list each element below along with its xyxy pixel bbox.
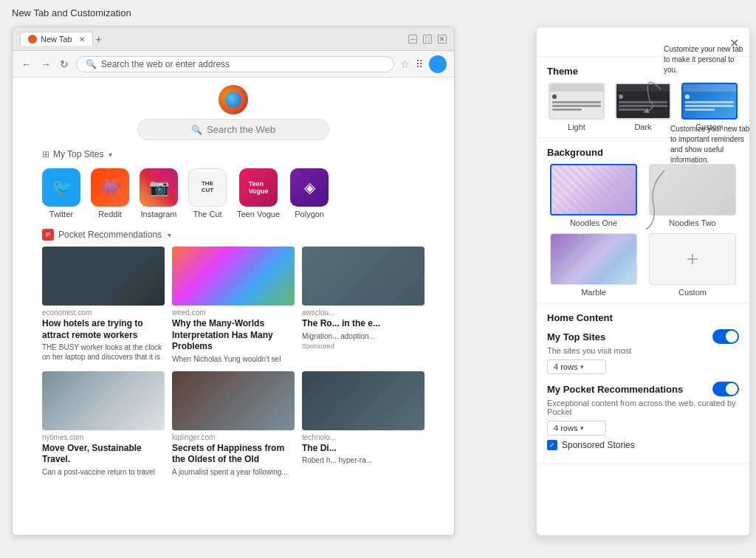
url-bar[interactable]: 🔍 Search the web or enter address	[76, 56, 394, 72]
theme-light-label: Light	[568, 123, 585, 131]
instagram-icon: 📷	[140, 168, 178, 207]
article-source-economist: economist.com	[42, 309, 165, 317]
theme-light-preview	[549, 83, 605, 120]
url-text: Search the web or enter address	[101, 59, 230, 69]
article-economist[interactable]: economist.com How hotels are trying to a…	[42, 247, 165, 364]
bg-custom-option[interactable]: + Custom	[646, 233, 739, 297]
article-wired[interactable]: wired.com Why the Many-Worlds Interpreta…	[172, 247, 295, 364]
top-sites-rows-label: 4 rows	[554, 362, 577, 371]
teenvogue-label: Teen Vogue	[237, 210, 280, 218]
custom-line1	[685, 101, 734, 103]
search-icon: 🔍	[86, 59, 97, 69]
article-kiplinger[interactable]: kiplinger.com Secrets of Happiness from …	[172, 371, 295, 477]
top-site-instagram[interactable]: 📷 Instagram	[140, 168, 178, 218]
tab-strip: New Tab ✕ +	[20, 32, 102, 46]
bg-custom-label: Custom	[678, 288, 707, 297]
bg-marble-option[interactable]: Marble	[547, 233, 640, 297]
custom-line3	[685, 108, 715, 111]
sponsored-label: Sponsored Stories	[562, 440, 635, 450]
light-line1	[552, 101, 601, 103]
bg-custom-plus-icon: +	[687, 247, 698, 271]
top-sites-rows-arrow: ▾	[580, 363, 584, 371]
top-sites-header: ⊞ My Top Sites ▾	[13, 145, 454, 164]
theme-dark-label: Dark	[634, 123, 651, 131]
bg-noodles-one-option[interactable]: Noodles One	[547, 164, 640, 227]
light-line3	[552, 108, 582, 111]
maximize-button[interactable]: □	[423, 35, 432, 44]
polygon-icon: ◈	[290, 168, 329, 207]
top-sites-setting-desc: The sites you visit most	[547, 346, 739, 355]
firefox-logo	[219, 85, 248, 114]
top-sites-arrow[interactable]: ▾	[109, 151, 112, 159]
twitter-label: Twitter	[49, 210, 73, 218]
toolbar-right: ⠿	[416, 55, 447, 73]
top-sites-setting: My Top Sites The sites you visit most 4 …	[547, 329, 739, 374]
back-button[interactable]: ←	[20, 57, 33, 72]
browser-window: New Tab ✕ + ─ □ ✕ ← → ↻ 🔍 Search the web…	[12, 27, 455, 536]
article-img-nytimes	[42, 371, 165, 430]
article-aws[interactable]: awsclou... The Ro... in the e... Migrati…	[302, 247, 425, 364]
callout-middle: Customize your new tab to important remi…	[670, 124, 752, 165]
dark-bar	[616, 84, 670, 92]
refresh-button[interactable]: ↻	[58, 57, 70, 72]
top-site-twitter[interactable]: 🐦 Twitter	[42, 168, 80, 218]
pocket-rows-label: 4 rows	[554, 424, 577, 433]
top-site-polygon[interactable]: ◈ Polygon	[290, 168, 329, 218]
theme-dark-option[interactable]: Dark	[614, 83, 673, 131]
sponsored-stories-row: ✓ Sponsored Stories	[547, 440, 739, 450]
article-sponsored-aws: Sponsored	[302, 342, 425, 350]
article-nytimes[interactable]: nytimes.com Move Over, Sustainable Trave…	[42, 371, 165, 477]
polygon-label: Polygon	[295, 210, 324, 218]
browser-tab[interactable]: New Tab ✕	[20, 32, 93, 46]
article-img-economist	[42, 247, 165, 306]
article-title-wired: Why the Many-Worlds Interpretation Has M…	[172, 318, 295, 353]
article-desc-wired: When Nicholas Yung wouldn't sel	[172, 354, 295, 364]
custom-line2	[685, 105, 734, 107]
teenvogue-icon: TeenVogue	[239, 168, 278, 207]
theme-light-option[interactable]: Light	[547, 83, 606, 131]
article-desc-economist: THE BUSY worker looks at the clock on he…	[42, 342, 165, 362]
article-desc-techno: Robert h... hyper-ra...	[302, 455, 425, 465]
article-desc-nytimes: Can a post-vaccine return to travel	[42, 467, 165, 477]
pocket-setting-title: My Pocket Recommendations	[547, 384, 683, 395]
thecut-icon: THECUT	[188, 168, 227, 207]
article-title-aws: The Ro... in the e...	[302, 318, 425, 330]
pocket-rows-dropdown[interactable]: 4 rows ▾	[547, 421, 606, 435]
close-window-button[interactable]: ✕	[438, 35, 447, 44]
article-source-kiplinger: kiplinger.com	[172, 433, 295, 441]
profile-button[interactable]	[429, 55, 447, 73]
address-bar: ← → ↻ 🔍 Search the web or enter address …	[13, 51, 454, 78]
minimize-button[interactable]: ─	[408, 35, 417, 44]
new-tab-button[interactable]: +	[96, 33, 102, 45]
top-site-teenvogue[interactable]: TeenVogue Teen Vogue	[237, 168, 280, 218]
pocket-toggle[interactable]	[712, 382, 739, 396]
sponsored-checkbox[interactable]: ✓	[547, 440, 557, 450]
top-sites-grid: 🐦 Twitter 👾 Reddit 📷 Instagram THECUT Th…	[13, 164, 454, 223]
article-img-techno	[302, 371, 425, 430]
pocket-rows-arrow: ▾	[580, 424, 584, 432]
custom-circle	[685, 94, 690, 99]
article-source-aws: awsclou...	[302, 309, 425, 317]
twitter-icon: 🐦	[42, 168, 80, 207]
top-sites-rows-dropdown[interactable]: 4 rows ▾	[547, 359, 606, 374]
home-content-section: Home Content My Top Sites The sites you …	[537, 303, 749, 464]
dark-line1	[619, 101, 667, 103]
pocket-arrow[interactable]: ▾	[168, 231, 171, 239]
articles-grid: economist.com How hotels are trying to a…	[13, 244, 454, 480]
tab-close-icon[interactable]: ✕	[79, 35, 85, 44]
article-title-economist: How hotels are trying to attract remote …	[42, 318, 165, 341]
bg-noodles-two-label: Noodles Two	[669, 218, 715, 227]
forward-button[interactable]: →	[39, 57, 52, 72]
page-search-bar[interactable]: 🔍 Search the Web	[137, 119, 329, 140]
new-tab-content: 🔍 Search the Web ⊞ My Top Sites ▾ 🐦 Twit…	[13, 78, 454, 535]
background-options: Noodles One Noodles Two Marble + Custom	[547, 164, 739, 297]
light-circle	[552, 94, 557, 99]
bg-noodles-two-option[interactable]: Noodles Two	[646, 164, 739, 227]
article-techno[interactable]: technolo... The Di... Robert h... hyper-…	[302, 371, 425, 477]
bg-custom-preview: +	[649, 233, 736, 285]
top-sites-toggle[interactable]	[712, 329, 739, 344]
top-site-reddit[interactable]: 👾 Reddit	[91, 168, 129, 218]
bookmark-button[interactable]: ☆	[400, 58, 410, 70]
top-site-thecut[interactable]: THECUT The Cut	[188, 168, 227, 218]
top-sites-label: My Top Sites	[53, 149, 103, 159]
